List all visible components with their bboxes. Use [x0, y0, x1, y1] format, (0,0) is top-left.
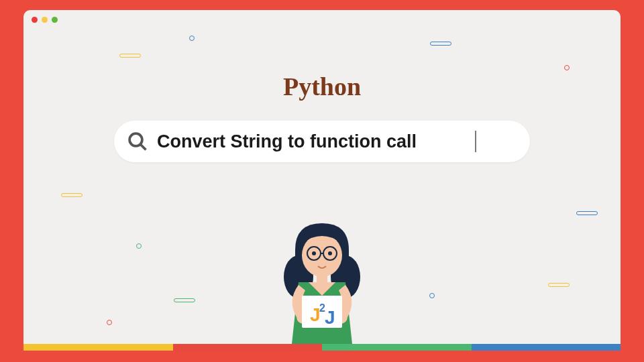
search-text: Convert String to function call	[157, 131, 470, 152]
title-bar	[23, 10, 621, 29]
deco-circle	[107, 320, 112, 325]
deco-circle	[136, 243, 142, 249]
deco-circle	[189, 36, 195, 41]
logo-j2: J	[325, 307, 335, 328]
maximize-dot	[52, 17, 58, 23]
svg-rect-10	[317, 274, 327, 284]
svg-point-0	[129, 133, 142, 146]
page-title: Python	[23, 72, 621, 101]
deco-pill	[174, 298, 195, 302]
svg-point-8	[312, 251, 316, 255]
minimize-dot	[42, 17, 48, 23]
deco-pill	[430, 42, 451, 46]
search-bar[interactable]: Convert String to function call	[114, 121, 530, 162]
deco-pill	[576, 211, 598, 215]
deco-pill	[61, 193, 83, 197]
bottom-stripe	[23, 344, 621, 351]
deco-pill	[548, 283, 570, 287]
deco-circle	[429, 293, 435, 298]
woman-illustration: J 2 J	[262, 210, 382, 344]
text-cursor	[475, 131, 476, 152]
deco-pill	[119, 54, 141, 58]
svg-line-1	[141, 145, 146, 150]
search-icon	[127, 131, 148, 152]
deco-circle	[564, 65, 570, 70]
svg-point-9	[328, 251, 332, 255]
browser-window: Python Convert String to function call	[23, 10, 621, 351]
close-dot	[32, 17, 38, 23]
